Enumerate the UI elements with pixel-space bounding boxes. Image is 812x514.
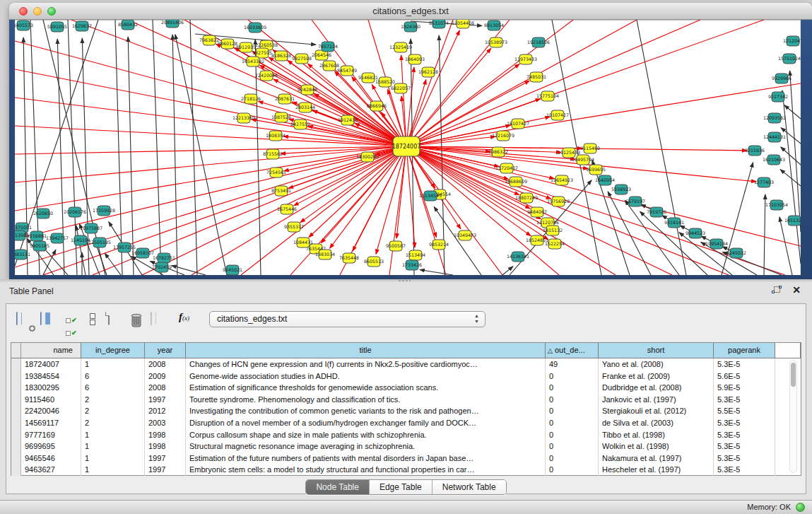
- graph-node[interactable]: [275, 51, 288, 61]
- graph-node[interactable]: [370, 101, 383, 111]
- network-canvas[interactable]: 7963822886012889129352226053898275051654…: [15, 20, 801, 275]
- table-row[interactable]: 946554611997Estimation of the future num…: [11, 452, 801, 465]
- graph-node[interactable]: [323, 61, 336, 71]
- graph-node[interactable]: [546, 226, 559, 235]
- graph-node[interactable]: [424, 191, 437, 201]
- select-rows-check-icon[interactable]: ✔ ✔: [66, 313, 83, 329]
- table-row[interactable]: 969969511998Structural magnetic resonanc…: [11, 440, 801, 452]
- graph-node[interactable]: [512, 119, 524, 129]
- graph-node[interactable]: [203, 35, 216, 45]
- graph-node[interactable]: [379, 77, 392, 87]
- graph-node[interactable]: [519, 54, 532, 64]
- graph-node[interactable]: [322, 42, 334, 52]
- scrollbar-thumb[interactable]: [791, 363, 796, 387]
- graph-node[interactable]: [319, 250, 331, 259]
- table-row[interactable]: 946362711997Embryonic stem cells: a mode…: [11, 464, 801, 476]
- graph-node[interactable]: [299, 103, 312, 112]
- graph-node[interactable]: [260, 71, 273, 81]
- graph-node[interactable]: [775, 74, 788, 83]
- table-row[interactable]: 911546021997Tourette syndrome. Phenomeno…: [11, 394, 801, 406]
- graph-node[interactable]: [269, 131, 282, 141]
- graph-node[interactable]: [118, 243, 131, 252]
- graph-node[interactable]: [136, 248, 149, 258]
- column-header-out-degree[interactable]: △out_de...: [546, 343, 599, 358]
- column-header-title[interactable]: title: [186, 343, 546, 358]
- graph-node[interactable]: [394, 42, 407, 52]
- graph-node[interactable]: [433, 240, 445, 250]
- table-settings-icon[interactable]: [16, 313, 33, 329]
- graph-node[interactable]: [93, 238, 106, 247]
- column-header-short[interactable]: short: [599, 343, 714, 358]
- table-row[interactable]: 1938455462009Genome-wide association stu…: [11, 370, 801, 382]
- graph-node[interactable]: [288, 222, 300, 232]
- graph-node[interactable]: [530, 72, 543, 82]
- graph-node[interactable]: [589, 165, 602, 175]
- close-panel-icon[interactable]: ✕: [792, 284, 801, 296]
- graph-node[interactable]: [51, 233, 64, 243]
- column-header-in-degree[interactable]: in_degree: [81, 343, 145, 358]
- graph-node[interactable]: [490, 37, 502, 47]
- network-table-selector[interactable]: citations_edges.txt ▲▼: [209, 311, 486, 327]
- graph-node[interactable]: [758, 177, 770, 187]
- graph-node[interactable]: [788, 216, 801, 226]
- graph-node[interactable]: [730, 248, 743, 258]
- table-row[interactable]: 1830029562008Estimation of significance …: [11, 382, 801, 394]
- graph-node[interactable]: [409, 250, 422, 260]
- graph-node[interactable]: [343, 253, 355, 263]
- float-panel-icon[interactable]: [771, 286, 782, 296]
- graph-node[interactable]: [563, 148, 575, 158]
- row-height-icon[interactable]: [90, 313, 107, 329]
- graph-node[interactable]: [710, 239, 723, 249]
- graph-node[interactable]: [76, 21, 88, 31]
- graph-node[interactable]: [768, 113, 781, 123]
- window-titlebar[interactable]: citations_edges.txt: [9, 3, 812, 20]
- graph-node[interactable]: [15, 250, 27, 259]
- table-vertical-scrollbar[interactable]: [789, 360, 797, 473]
- column-header-pagerank[interactable]: pagerank: [714, 343, 775, 358]
- table-row[interactable]: 977716911998Corpus callosum shape and si…: [11, 429, 801, 441]
- column-header-name[interactable]: name: [21, 343, 81, 358]
- graph-node[interactable]: [294, 119, 307, 129]
- graph-node[interactable]: [394, 83, 407, 93]
- graph-node[interactable]: [362, 73, 375, 83]
- graph-node[interactable]: [155, 262, 168, 272]
- delete-trash-icon[interactable]: [129, 313, 146, 329]
- graph-node[interactable]: [532, 37, 545, 47]
- graph-node[interactable]: [500, 163, 513, 173]
- graph-node[interactable]: [770, 200, 783, 210]
- graph-node[interactable]: [247, 57, 259, 66]
- graph-node[interactable]: [281, 204, 293, 214]
- graph-node[interactable]: [69, 207, 81, 217]
- graph-node[interactable]: [275, 186, 288, 196]
- graph-node[interactable]: [531, 235, 543, 245]
- graph-node[interactable]: [492, 147, 505, 157]
- graph-node[interactable]: [275, 112, 288, 122]
- graph-node[interactable]: [158, 253, 170, 263]
- graph-node[interactable]: [341, 66, 353, 76]
- graph-node[interactable]: [689, 228, 702, 238]
- graph-node[interactable]: [748, 146, 761, 156]
- new-document-icon[interactable]: [108, 313, 125, 329]
- graph-node[interactable]: [295, 54, 308, 64]
- function-fx-icon[interactable]: f(x): [179, 311, 196, 328]
- graph-node[interactable]: [361, 152, 374, 162]
- graph-node[interactable]: [17, 21, 30, 30]
- citation-network-graph[interactable]: 7963822886012889129352226053898275051654…: [15, 20, 801, 275]
- tab-network-table[interactable]: Network Table: [433, 480, 506, 494]
- graph-hub-node[interactable]: [393, 136, 420, 156]
- graph-node[interactable]: [301, 85, 314, 95]
- tab-edge-table[interactable]: Edge Table: [370, 480, 433, 494]
- graph-node[interactable]: [551, 110, 564, 120]
- graph-node[interactable]: [245, 94, 257, 104]
- graph-node[interactable]: [768, 132, 781, 142]
- graph-node[interactable]: [615, 185, 628, 194]
- select-columns-icon[interactable]: [40, 313, 57, 329]
- table-row[interactable]: 1872400712008Changes of HCN gene express…: [11, 358, 801, 370]
- graph-node[interactable]: [767, 155, 780, 165]
- graph-node[interactable]: [555, 175, 568, 185]
- graph-node[interactable]: [520, 193, 533, 203]
- graph-node[interactable]: [584, 144, 596, 153]
- graph-node[interactable]: [30, 231, 43, 241]
- graph-node[interactable]: [367, 257, 380, 267]
- graph-node[interactable]: [510, 177, 522, 187]
